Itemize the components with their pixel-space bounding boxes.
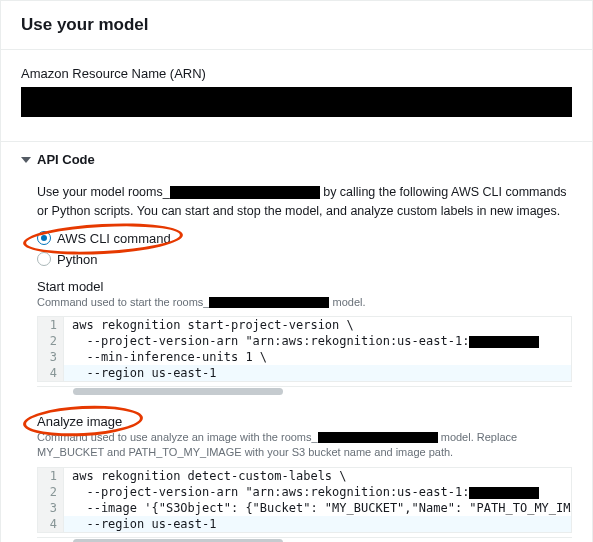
- code-line: aws rekognition detect-custom-labels \: [64, 468, 355, 484]
- api-code-title: API Code: [37, 152, 95, 167]
- code-line: --project-version-arn "arn:aws:rekogniti…: [64, 333, 547, 349]
- code-line: --image '{"S3Object": {"Bucket": "MY_BUC…: [64, 500, 572, 516]
- code-line: --region us-east-1: [64, 365, 225, 381]
- radio-aws-cli[interactable]: AWS CLI command: [37, 231, 572, 246]
- redacted-text: [209, 297, 329, 308]
- code-line: --min-inference-units 1 \: [64, 349, 275, 365]
- use-your-model-panel: Use your model Amazon Resource Name (ARN…: [0, 0, 593, 542]
- code-line: aws rekognition start-project-version \: [64, 317, 362, 333]
- radio-label-python: Python: [57, 252, 97, 267]
- desc-prefix: Use your model rooms_: [37, 185, 170, 199]
- redacted-text: [318, 432, 438, 443]
- arn-value-redacted[interactable]: [21, 87, 572, 117]
- api-code-description: Use your model rooms_ by calling the fol…: [37, 183, 572, 221]
- api-code-expander[interactable]: API Code: [1, 142, 592, 175]
- analyze-image-heading: Analyze image: [37, 414, 572, 429]
- radio-icon: [37, 252, 51, 266]
- api-code-body: Use your model rooms_ by calling the fol…: [1, 175, 592, 542]
- code-line: --region us-east-1: [64, 516, 225, 532]
- panel-body: Amazon Resource Name (ARN): [1, 50, 592, 127]
- code-type-radio-group: AWS CLI command Python: [37, 231, 572, 267]
- panel-header: Use your model: [1, 1, 592, 50]
- arn-label: Amazon Resource Name (ARN): [21, 66, 572, 81]
- analyze-image-code[interactable]: 1aws rekognition detect-custom-labels \ …: [37, 467, 572, 533]
- redacted-text: [170, 186, 320, 199]
- start-model-heading: Start model: [37, 279, 572, 294]
- start-model-sub: Command used to start the rooms_ model.: [37, 295, 572, 310]
- radio-python[interactable]: Python: [37, 252, 572, 267]
- triangle-down-icon: [21, 157, 31, 163]
- code-scrollbar[interactable]: [37, 537, 572, 542]
- start-model-code[interactable]: 1aws rekognition start-project-version \…: [37, 316, 572, 382]
- radio-icon: [37, 231, 51, 245]
- code-line: --project-version-arn "arn:aws:rekogniti…: [64, 484, 547, 500]
- redacted-text: [469, 487, 539, 499]
- panel-title: Use your model: [21, 15, 572, 35]
- analyze-image-sub: Command used to use analyze an image wit…: [37, 430, 572, 461]
- code-scrollbar[interactable]: [37, 386, 572, 396]
- radio-label-cli: AWS CLI command: [57, 231, 171, 246]
- redacted-text: [469, 336, 539, 348]
